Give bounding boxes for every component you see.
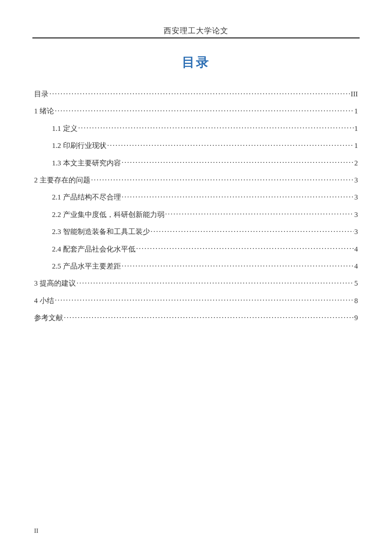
toc-entry-page: 3: [355, 228, 358, 236]
toc-entry-label: 2.1 产品结构不尽合理: [52, 193, 121, 202]
toc-entry-label: 1.3 本文主要研究内容: [52, 159, 121, 168]
toc-entry-label: 1.1 定义: [52, 124, 78, 133]
toc-entry: 1.1 定义1: [34, 124, 358, 133]
toc-leader-dots: [151, 227, 354, 234]
toc-entry-label: 1.2 印刷行业现状: [52, 142, 107, 150]
toc-entry: 4 小结8: [34, 296, 358, 305]
toc-leader-dots: [78, 124, 354, 131]
toc-entry-label: 3 提高的建议: [34, 279, 76, 288]
toc-entry: 参考文献9: [34, 313, 358, 322]
toc-entry-label: 2.3 智能制造装备和工具工装少: [52, 228, 150, 236]
toc-entry-label: 4 小结: [34, 297, 54, 305]
toc-entry: 1.2 印刷行业现状1: [34, 141, 358, 150]
page-number: II: [34, 527, 38, 535]
toc-leader-dots: [64, 313, 354, 320]
toc-entry-label: 2.5 产品水平主要差距: [52, 262, 121, 271]
toc-leader-dots: [55, 106, 354, 113]
toc-entry: 2.2 产业集中度低，科研创新能力弱3: [34, 210, 358, 219]
toc-entry-label: 2.2 产业集中度低，科研创新能力弱: [52, 211, 164, 219]
toc-entry: 目录III: [34, 89, 358, 98]
toc-entry: 2 主要存在的问题3: [34, 175, 358, 185]
toc-leader-dots: [136, 244, 354, 251]
toc-leader-dots: [55, 296, 354, 303]
toc-entry-page: 9: [355, 314, 358, 322]
toc-entry: 2.3 智能制造装备和工具工装少3: [34, 227, 358, 236]
toc-entry-page: 1: [355, 107, 358, 116]
toc-entry: 2.1 产品结构不尽合理3: [34, 192, 358, 202]
toc-entry-page: 4: [355, 262, 358, 271]
toc-entry: 1.3 本文主要研究内容2: [34, 158, 358, 168]
toc-leader-dots: [77, 278, 354, 286]
toc-entry-label: 目录: [34, 90, 49, 98]
toc-entry-page: 8: [355, 297, 358, 305]
toc-entry: 2.5 产品水平主要差距4: [34, 261, 358, 271]
running-header: 西安理工大学论文: [34, 26, 358, 36]
toc-leader-dots: [122, 261, 354, 269]
toc-entry-page: 4: [355, 245, 358, 254]
toc-entry-page: 3: [355, 193, 358, 202]
header-rule: [32, 38, 360, 38]
table-of-contents: 目录III1 绪论11.1 定义11.2 印刷行业现状11.3 本文主要研究内容…: [34, 89, 358, 322]
toc-leader-dots: [165, 210, 354, 217]
toc-entry-label: 2 主要存在的问题: [34, 176, 90, 185]
toc-leader-dots: [122, 192, 354, 199]
toc-leader-dots: [91, 175, 354, 182]
toc-entry: 2.4 配套产品社会化水平低4: [34, 244, 358, 254]
toc-leader-dots: [49, 89, 350, 96]
toc-entry: 3 提高的建议5: [34, 278, 358, 288]
toc-entry-page: III: [351, 90, 358, 98]
toc-title: 目录: [34, 54, 358, 71]
toc-entry-page: 3: [355, 211, 358, 219]
toc-entry-label: 1 绪论: [34, 107, 54, 116]
toc-entry-page: 5: [355, 279, 358, 288]
toc-entry-label: 参考文献: [34, 314, 63, 322]
document-page: 西安理工大学论文 目录 目录III1 绪论11.1 定义11.2 印刷行业现状1…: [0, 0, 392, 555]
toc-entry-page: 2: [355, 159, 358, 168]
toc-entry: 1 绪论1: [34, 106, 358, 116]
toc-entry-page: 3: [355, 176, 358, 185]
toc-entry-page: 1: [355, 124, 358, 133]
toc-entry-label: 2.4 配套产品社会化水平低: [52, 245, 135, 254]
toc-leader-dots: [122, 158, 354, 165]
toc-entry-page: 1: [355, 142, 358, 150]
toc-leader-dots: [107, 141, 354, 148]
